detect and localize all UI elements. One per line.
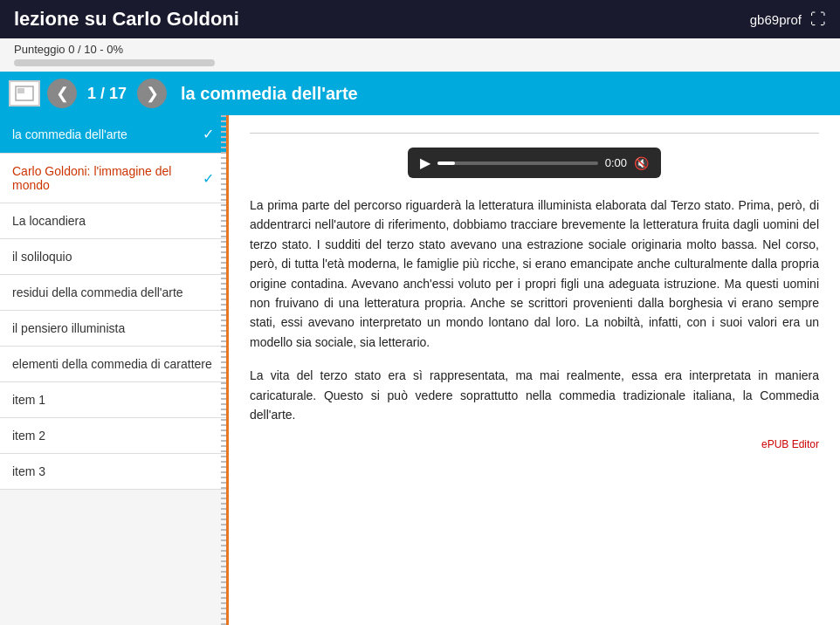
sidebar-item-label: residui della commedia dell'arte <box>12 285 183 299</box>
epub-watermark: ePUB Editor <box>250 438 819 450</box>
slide-title: la commedia dell'arte <box>181 84 358 104</box>
sidebar-item-item-commedia[interactable]: la commedia dell'arte✓ <box>0 115 226 154</box>
app-title: lezione su Carlo Goldoni <box>14 8 239 31</box>
sidebar-item-item-2[interactable]: item 2 <box>0 418 226 454</box>
slide-thumbnail-icon[interactable] <box>9 80 40 106</box>
sidebar-item-item-elementi[interactable]: elementi della commedia di carattere <box>0 347 226 382</box>
progress-bar-container <box>14 59 215 66</box>
sidebar-item-label: elementi della commedia di carattere <box>12 357 212 371</box>
content-divider <box>250 133 819 134</box>
audio-progress-fill <box>437 161 455 165</box>
audio-progress-bar[interactable] <box>437 161 598 165</box>
sidebar-item-label: item 2 <box>12 429 45 443</box>
sidebar-item-item-1[interactable]: item 1 <box>0 382 226 418</box>
sidebar-item-label: la commedia dell'arte <box>12 127 127 141</box>
sidebar-item-label: item 3 <box>12 464 45 478</box>
sidebar-item-item-residui[interactable]: residui della commedia dell'arte <box>0 275 226 311</box>
username-label: gb69prof <box>750 12 802 27</box>
progress-area: Punteggio 0 / 10 - 0% <box>0 38 840 72</box>
nav-bar: ❮ 1 / 17 ❯ la commedia dell'arte <box>0 72 840 115</box>
audio-player: ▶ 0:00 🔇 <box>408 148 661 178</box>
page-info: 1 / 17 <box>84 85 130 103</box>
audio-volume-icon[interactable]: 🔇 <box>634 156 649 170</box>
sidebar-item-item-carlo[interactable]: Carlo Goldoni: l'immagine del mondo✓ <box>0 154 226 203</box>
prev-button[interactable]: ❮ <box>47 79 77 108</box>
fullscreen-icon[interactable]: ⛶ <box>810 10 826 29</box>
top-bar: lezione su Carlo Goldoni gb69prof ⛶ <box>0 0 840 38</box>
sidebar-item-label: item 1 <box>12 393 45 407</box>
next-button[interactable]: ❯ <box>137 79 167 108</box>
content-paragraph-2: La vita del terzo stato era sì rappresen… <box>250 366 819 424</box>
sidebar-resize-handle[interactable] <box>221 115 226 625</box>
sidebar-item-label: Carlo Goldoni: l'immagine del mondo <box>12 164 203 192</box>
content-paragraph-1: La prima parte del percorso riguarderà l… <box>250 196 819 352</box>
sidebar-item-item-pensiero[interactable]: il pensiero illuminista <box>0 311 226 347</box>
sidebar-item-label: il soliloquio <box>12 250 72 264</box>
checkmark-icon: ✓ <box>203 126 214 142</box>
score-label: Punteggio 0 / 10 - 0% <box>14 43 215 56</box>
sidebar-item-item-soliloquio[interactable]: il soliloquio <box>0 239 226 275</box>
content-area: ▶ 0:00 🔇 La prima parte del percorso rig… <box>229 115 840 625</box>
checkmark-icon: ✓ <box>203 170 214 187</box>
main-layout: la commedia dell'arte✓Carlo Goldoni: l'i… <box>0 115 840 625</box>
sidebar-item-label: La locandiera <box>12 214 86 228</box>
play-button[interactable]: ▶ <box>420 155 430 171</box>
sidebar-item-item-locandiera[interactable]: La locandiera <box>0 203 226 239</box>
top-bar-right: gb69prof ⛶ <box>750 10 826 29</box>
sidebar: la commedia dell'arte✓Carlo Goldoni: l'i… <box>0 115 229 625</box>
sidebar-item-item-3[interactable]: item 3 <box>0 454 226 490</box>
svg-rect-1 <box>17 88 24 93</box>
sidebar-item-label: il pensiero illuminista <box>12 321 125 335</box>
audio-time: 0:00 <box>605 156 627 169</box>
progress-area-inner: Punteggio 0 / 10 - 0% <box>14 43 215 66</box>
